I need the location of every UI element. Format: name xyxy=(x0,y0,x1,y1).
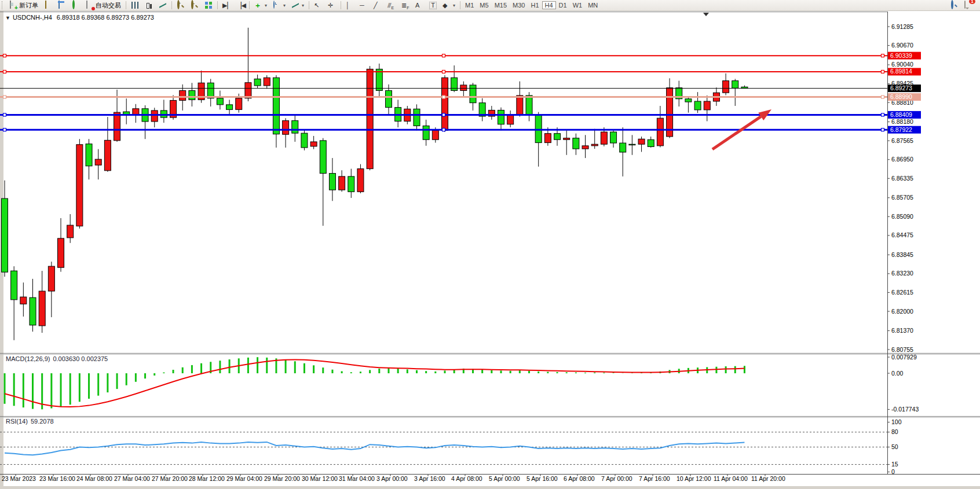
zoom-out-button[interactable]: – xyxy=(188,0,202,11)
collapse-caret-icon[interactable]: ▼ xyxy=(5,15,10,21)
rsi-line xyxy=(5,442,744,455)
macd-signal-line xyxy=(5,359,744,407)
svg-text:0.007929: 0.007929 xyxy=(891,354,917,361)
price-axis: 6.912856.906706.900406.894256.888106.881… xyxy=(887,23,921,353)
line-chart-button[interactable] xyxy=(156,0,170,11)
timeframe-mn[interactable]: MN xyxy=(585,1,601,9)
zoom-out-icon: – xyxy=(191,1,199,9)
vertical-line-button[interactable]: │ xyxy=(343,0,357,11)
rsi-value: 59.2078 xyxy=(31,418,54,425)
templates-button[interactable]: ▾ xyxy=(288,0,307,11)
toolbar-grip[interactable] xyxy=(2,1,5,9)
rsi-label: RSI(14)59.2078 xyxy=(6,418,57,425)
svg-text:-0.017743: -0.017743 xyxy=(891,406,919,413)
dropdown-arrow-icon: ▾ xyxy=(283,3,286,8)
svg-text:5 Apr 00:00: 5 Apr 00:00 xyxy=(489,475,520,482)
svg-text:24 Mar 08:00: 24 Mar 08:00 xyxy=(76,475,112,482)
trendline-icon: ╱ xyxy=(374,1,382,9)
chart-canvas[interactable]: 6.912856.906706.900406.894256.888106.881… xyxy=(0,11,980,489)
svg-text:6.88990: 6.88990 xyxy=(890,93,912,100)
timeframe-m30[interactable]: M30 xyxy=(510,1,528,9)
rsi-name: RSI(14) xyxy=(6,418,28,425)
zoom-in-button[interactable]: + xyxy=(174,0,188,11)
chart-shift-button[interactable]: ▕◀ xyxy=(233,0,247,11)
svg-text:3 Apr 16:00: 3 Apr 16:00 xyxy=(414,475,445,482)
timeframe-h1[interactable]: H1 xyxy=(528,1,542,9)
svg-text:7 Apr 16:00: 7 Apr 16:00 xyxy=(639,475,670,482)
bar-chart-icon xyxy=(131,2,138,9)
svg-text:31 Mar 04:00: 31 Mar 04:00 xyxy=(339,475,375,482)
notifications-button[interactable]: 1 xyxy=(961,0,975,11)
template-icon xyxy=(292,2,299,9)
periods-button[interactable]: ▾ xyxy=(270,0,288,11)
auto-trading-label: 自动交易 xyxy=(96,1,121,10)
candlestick-chart-button[interactable] xyxy=(142,0,156,11)
timeframe-h4[interactable]: H4 xyxy=(542,1,556,9)
svg-text:23 Mar 2023: 23 Mar 2023 xyxy=(2,475,36,482)
svg-text:6.88180: 6.88180 xyxy=(891,118,913,125)
cursor-button[interactable]: ↖ xyxy=(311,0,325,11)
macd-values: 0.003630 0.002375 xyxy=(53,355,108,362)
auto-trading-icon xyxy=(86,1,94,9)
svg-text:6.89814: 6.89814 xyxy=(890,68,912,75)
svg-text:6.83845: 6.83845 xyxy=(891,251,913,258)
dropdown-arrow-icon: ▾ xyxy=(302,3,304,8)
auto-trading-button[interactable]: 自动交易 xyxy=(83,0,124,11)
svg-text:6.81370: 6.81370 xyxy=(891,327,913,334)
svg-text:50: 50 xyxy=(891,443,898,450)
chart-symbol: USDCNH-,H4 xyxy=(13,14,52,21)
svg-text:6.86335: 6.86335 xyxy=(891,175,913,182)
shapes-icon: ◆ xyxy=(443,1,451,9)
text-button[interactable]: A xyxy=(412,0,426,11)
fibonacci-button[interactable]: ≣F xyxy=(398,0,412,11)
rsi-pane xyxy=(0,432,887,465)
timeframe-w1[interactable]: W1 xyxy=(570,1,586,9)
svg-text:29 Mar 20:00: 29 Mar 20:00 xyxy=(264,475,300,482)
rsi-axis: 1008050150 xyxy=(887,418,902,475)
svg-text:100: 100 xyxy=(891,418,902,425)
timeframe-m5[interactable]: M5 xyxy=(477,1,491,9)
indicators-icon: ＋ xyxy=(254,1,262,9)
tile-windows-icon xyxy=(205,2,212,9)
channel-button[interactable]: ⫻E xyxy=(385,0,398,11)
svg-text:6.90339: 6.90339 xyxy=(890,52,912,59)
text-label-button[interactable]: T xyxy=(426,0,440,11)
bar-chart-button[interactable] xyxy=(128,0,142,11)
svg-text:27 Mar 20:00: 27 Mar 20:00 xyxy=(152,475,188,482)
svg-text:4 Apr 08:00: 4 Apr 08:00 xyxy=(451,475,482,482)
search-button[interactable] xyxy=(948,0,961,11)
arrow-annotation xyxy=(712,116,761,149)
time-axis: 23 Mar 202323 Mar 16:0024 Mar 08:0027 Ma… xyxy=(2,474,785,482)
dropdown-arrow-icon: ▾ xyxy=(265,3,267,8)
timeframe-m1[interactable]: M1 xyxy=(462,1,477,9)
channel-icon: ⫻E xyxy=(387,1,396,9)
zoom-in-icon: + xyxy=(177,1,185,9)
svg-text:6.83230: 6.83230 xyxy=(891,270,913,277)
chart-window: ▼USDCNH-,H46.89318 6.89368 6.89273 6.892… xyxy=(0,11,980,489)
notification-bubble-icon: 1 xyxy=(964,1,972,9)
crosshair-button[interactable]: ✛ xyxy=(325,0,339,11)
navigator-button[interactable] xyxy=(69,0,83,11)
svg-text:10 Apr 12:00: 10 Apr 12:00 xyxy=(677,475,711,482)
horizontal-line-button[interactable]: ─ xyxy=(357,0,371,11)
svg-text:6.86950: 6.86950 xyxy=(891,156,913,163)
line-chart-icon xyxy=(159,2,166,9)
market-watch-button[interactable] xyxy=(55,0,69,11)
navigator-icon xyxy=(72,1,80,9)
svg-text:6.82000: 6.82000 xyxy=(891,308,913,315)
chart-ohlc: 6.89318 6.89368 6.89273 6.89273 xyxy=(57,14,154,21)
timeframe-d1[interactable]: D1 xyxy=(556,1,570,9)
shapes-button[interactable]: ◆▾ xyxy=(440,0,458,11)
svg-text:6.87565: 6.87565 xyxy=(891,137,913,144)
tile-windows-button[interactable] xyxy=(202,0,215,11)
trendline-button[interactable]: ╱ xyxy=(371,0,385,11)
new-order-button[interactable]: + 新订单 xyxy=(6,0,41,11)
svg-text:0: 0 xyxy=(891,468,895,475)
indicators-button[interactable]: ＋▾ xyxy=(251,0,270,11)
toolbar: + 新订单 自动交易 + – ▶▏ ▕◀ ＋▾ ▾ ▾ ↖ ✛ │ ─ ╱ ⫻E… xyxy=(0,0,980,11)
clock-icon xyxy=(273,1,281,9)
timeframe-m15[interactable]: M15 xyxy=(492,1,510,9)
chart-profiles-button[interactable] xyxy=(41,0,55,11)
auto-scroll-button[interactable]: ▶▏ xyxy=(220,0,233,11)
candles xyxy=(2,28,748,340)
